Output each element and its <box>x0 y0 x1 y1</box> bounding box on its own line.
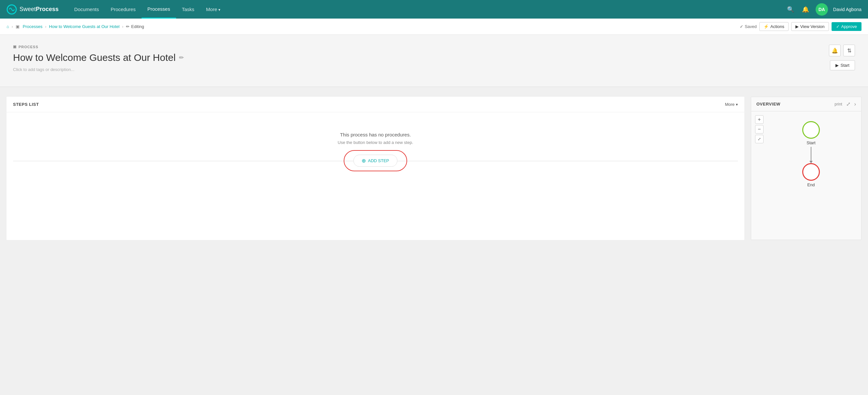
overview-header: OVERVIEW print ⤢ › <box>751 97 861 111</box>
nav-processes[interactable]: Processes <box>142 0 176 19</box>
zoom-in-button[interactable]: + <box>755 115 764 124</box>
nav-documents[interactable]: Documents <box>68 0 105 19</box>
logo-text: SweetProcess <box>20 6 59 13</box>
process-type-label: ▣ PROCESS <box>13 44 855 49</box>
flow-start-label: Start <box>806 140 815 145</box>
process-description[interactable]: Click to add tags or description... <box>13 67 855 72</box>
flow-diagram: Start End <box>802 118 820 189</box>
add-step-button[interactable]: ⊕ ADD STEP <box>353 155 397 167</box>
zoom-controls: + − ⤢ <box>755 115 764 143</box>
user-avatar[interactable]: DA <box>815 3 828 16</box>
process-title: How to Welcome Guests at Our Hotel ✏ <box>13 52 855 63</box>
process-book-icon: ▣ <box>13 44 17 49</box>
zoom-fit-button[interactable]: ⤢ <box>755 135 764 143</box>
breadcrumb-home[interactable]: ⌂ <box>6 24 9 29</box>
main-content: STEPS LIST More This process has no proc… <box>0 87 868 250</box>
overview-expand-button[interactable]: ⤢ <box>846 101 850 107</box>
steps-panel: STEPS LIST More This process has no proc… <box>6 97 744 240</box>
nav-tasks[interactable]: Tasks <box>176 0 200 19</box>
start-play-icon: ▶ <box>835 63 839 68</box>
flow-end-row: End <box>802 163 820 189</box>
breadcrumb: ⌂ › ▣ Processes › How to Welcome Guests … <box>6 24 740 29</box>
nav-more[interactable]: More <box>200 0 226 19</box>
actions-button[interactable]: ⚡ Actions <box>759 22 788 31</box>
breadcrumb-processes[interactable]: Processes <box>23 24 43 29</box>
view-version-button[interactable]: ▶ View Version <box>791 22 829 31</box>
overview-title: OVERVIEW <box>756 101 780 107</box>
processes-icon: ▣ <box>16 24 20 29</box>
steps-more-button[interactable]: More <box>725 102 738 107</box>
nav-right: 🔍 🔔 DA David Agbona <box>786 3 862 16</box>
overview-header-actions: print ⤢ › <box>835 101 856 107</box>
notification-button[interactable]: 🔔 <box>801 5 810 14</box>
logo[interactable]: SweetProcess <box>6 4 59 14</box>
flow-arrow <box>811 147 811 163</box>
breadcrumb-sep-2: › <box>45 24 46 29</box>
breadcrumb-page-title[interactable]: How to Welcome Guests at Our Hotel <box>49 24 120 29</box>
steps-more-chevron <box>736 102 738 107</box>
bell-button[interactable]: 🔔 <box>829 44 841 56</box>
breadcrumb-editing: ✏ Editing <box>126 24 144 29</box>
add-step-line: ⊕ ADD STEP <box>13 155 738 167</box>
steps-body: This process has no procedures. Use the … <box>6 112 744 186</box>
overview-panel: OVERVIEW print ⤢ › + − ⤢ Start <box>751 97 862 240</box>
steps-header: STEPS LIST More <box>6 97 744 112</box>
add-step-highlight: ⊕ ADD STEP <box>353 155 397 167</box>
no-procedures-text: This process has no procedures. <box>340 132 411 138</box>
zoom-out-button[interactable]: − <box>755 125 764 133</box>
title-edit-icon[interactable]: ✏ <box>179 54 184 61</box>
print-button[interactable]: print <box>835 102 842 107</box>
user-name[interactable]: David Agbona <box>833 7 862 12</box>
breadcrumb-actions: ✓ Saved ⚡ Actions ▶ View Version ✓ Appro… <box>740 22 862 31</box>
no-procedures-subtitle: Use the button below to add a new step. <box>338 140 413 145</box>
check-icon: ✓ <box>740 24 743 29</box>
saved-status: ✓ Saved <box>740 24 757 29</box>
flow-start-node <box>802 121 820 139</box>
header-icon-row: 🔔 ⇅ <box>829 44 855 56</box>
breadcrumb-bar: ⌂ › ▣ Processes › How to Welcome Guests … <box>0 19 868 35</box>
nav-procedures[interactable]: Procedures <box>105 0 142 19</box>
search-button[interactable]: 🔍 <box>786 5 796 14</box>
overview-next-button[interactable]: › <box>854 101 856 107</box>
more-dropdown-icon <box>218 6 220 12</box>
play-icon: ▶ <box>796 24 799 29</box>
approve-check-icon: ✓ <box>836 24 840 29</box>
process-header-actions: 🔔 ⇅ ▶ Start <box>829 44 855 70</box>
lightning-icon: ⚡ <box>764 24 769 29</box>
nav-items: Documents Procedures Processes Tasks Mor… <box>68 0 786 19</box>
settings-button[interactable]: ⇅ <box>843 44 855 56</box>
overview-body: + − ⤢ Start End <box>751 111 861 225</box>
plus-icon: ⊕ <box>362 158 366 164</box>
breadcrumb-sep-3: › <box>122 24 123 29</box>
steps-title: STEPS LIST <box>13 102 39 107</box>
approve-button[interactable]: ✓ Approve <box>832 22 862 31</box>
top-nav: SweetProcess Documents Procedures Proces… <box>0 0 868 19</box>
add-step-wrapper: ⊕ ADD STEP <box>353 155 397 167</box>
start-button[interactable]: ▶ Start <box>830 60 855 70</box>
pencil-icon: ✏ <box>126 24 129 29</box>
flow-end-node <box>802 163 820 181</box>
flow-start-row: Start <box>802 121 820 147</box>
process-header: ▣ PROCESS How to Welcome Guests at Our H… <box>0 35 868 87</box>
flow-end-label: End <box>807 182 815 187</box>
breadcrumb-sep-1: › <box>12 24 13 29</box>
